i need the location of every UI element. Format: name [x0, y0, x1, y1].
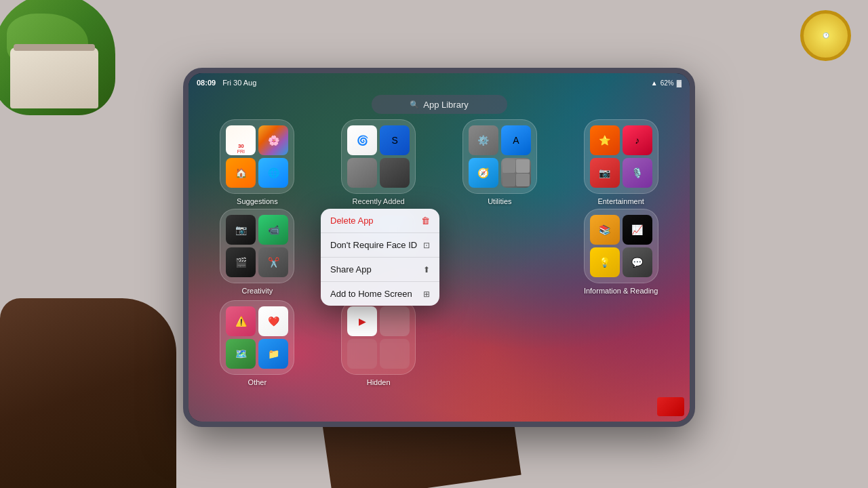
context-menu: Delete App 🗑 Don't Require Face ID ⊡ Sha…	[321, 209, 439, 306]
folder-other[interactable]: ⚠️ ❤️ 🗺️ 📁 Other	[201, 300, 314, 386]
context-menu-delete-app[interactable]: Delete App 🗑	[321, 209, 439, 233]
folder-utilities[interactable]: ⚙️ A 🧭	[443, 119, 557, 205]
spacer-1	[443, 209, 557, 295]
app-grid-row3: ⚠️ ❤️ 🗺️ 📁 Other	[201, 300, 677, 386]
add-home-label: Add to Home Screen	[330, 289, 412, 299]
context-menu-share-app[interactable]: Share App ⬆	[321, 258, 439, 282]
context-menu-face-id[interactable]: Don't Require Face ID ⊡	[321, 233, 439, 258]
status-icons: ▲ 62% ▓	[651, 79, 682, 87]
status-date: Fri 30 Aug	[222, 79, 256, 87]
plant-decoration	[0, 0, 149, 119]
status-time: 08:09	[197, 79, 216, 87]
search-placeholder: App Library	[423, 100, 468, 110]
folder-info-reading-label: Information & Reading	[584, 287, 658, 295]
folder-suggestions[interactable]: 30 FRI 🌸 🏠 🌐 Suggestions	[201, 119, 314, 205]
folder-other-label: Other	[248, 378, 267, 386]
share-icon: ⬆	[423, 265, 430, 274]
app-grid: 30 FRI 🌸 🏠 🌐 Suggestions	[201, 119, 677, 205]
clock-decoration: 🕐	[800, 10, 851, 61]
search-icon: 🔍	[410, 100, 419, 109]
ipad-screen: 08:09 Fri 30 Aug ▲ 62% ▓ 🔍 App Library 3…	[189, 73, 690, 422]
face-id-label: Don't Require Face ID	[330, 240, 417, 250]
left-hand	[0, 298, 176, 488]
delete-app-label: Delete App	[330, 216, 374, 226]
folder-hidden-label: Hidden	[367, 378, 391, 386]
wifi-icon: ▲	[651, 79, 658, 87]
ipad-device: 08:09 Fri 30 Aug ▲ 62% ▓ 🔍 App Library 3…	[183, 68, 695, 427]
folder-info-reading[interactable]: 📚 📈 💡 💬 Information & Reading	[564, 209, 677, 295]
context-menu-add-home[interactable]: Add to Home Screen ⊞	[321, 282, 439, 306]
delete-icon: 🗑	[421, 216, 430, 226]
folder-creativity-label: Creativity	[241, 287, 273, 295]
folder-utilities-label: Utilities	[488, 197, 511, 205]
folder-creativity[interactable]: 📷 📹 🎬 ✂️ Creativity	[201, 209, 314, 295]
folder-hidden[interactable]: ▶ Hidden	[322, 300, 435, 386]
folder-recently-added[interactable]: 🌀 S	[322, 119, 435, 205]
folder-recently-added-label: Recently Added	[353, 197, 405, 205]
status-bar: 08:09 Fri 30 Aug ▲ 62% ▓	[189, 73, 690, 92]
spacer-2	[443, 300, 557, 386]
app-library-search[interactable]: 🔍 App Library	[372, 95, 507, 114]
spacer-3	[564, 300, 677, 386]
battery-level: 62%	[660, 79, 674, 87]
add-home-icon: ⊞	[423, 289, 430, 299]
face-id-icon: ⊡	[423, 241, 430, 250]
folder-entertainment-label: Entertainment	[597, 197, 644, 205]
battery-icon: ▓	[677, 79, 682, 87]
corner-watermark	[657, 397, 684, 416]
share-app-label: Share App	[330, 264, 372, 274]
folder-entertainment[interactable]: ⭐ ♪ 📷 🎙️ Entertainment	[564, 119, 677, 205]
folder-suggestions-label: Suggestions	[237, 197, 278, 205]
